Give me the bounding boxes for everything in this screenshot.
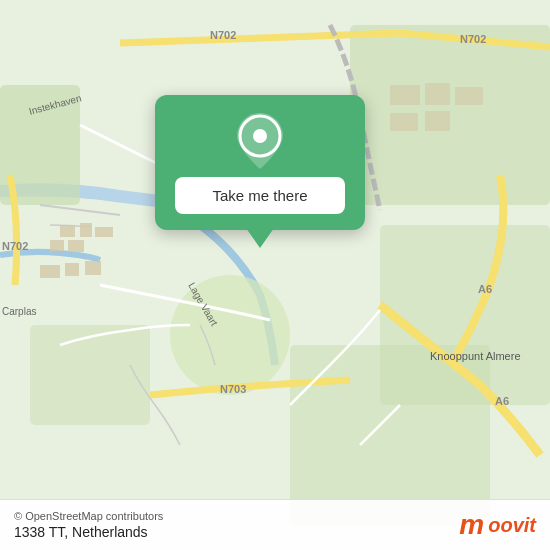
- location-label: 1338 TT, Netherlands: [14, 524, 163, 540]
- map-container: N702 N702 N702 N703 A6 A6 Knooppunt Alme…: [0, 0, 550, 550]
- svg-rect-18: [80, 223, 92, 237]
- svg-text:A6: A6: [478, 283, 492, 295]
- svg-rect-23: [65, 263, 79, 276]
- popup-card: Take me there: [155, 95, 365, 230]
- svg-text:N702: N702: [460, 33, 486, 45]
- moovit-m-letter: m: [459, 511, 484, 539]
- moovit-text: oovit: [488, 514, 536, 537]
- svg-rect-21: [68, 240, 84, 252]
- svg-text:N702: N702: [2, 240, 28, 252]
- svg-rect-20: [50, 240, 64, 251]
- svg-text:Carplas: Carplas: [2, 306, 36, 317]
- svg-point-6: [170, 275, 290, 395]
- popup-tail: [246, 228, 274, 248]
- svg-rect-25: [390, 85, 420, 105]
- svg-text:N703: N703: [220, 383, 246, 395]
- svg-rect-22: [40, 265, 60, 278]
- svg-text:N702: N702: [210, 29, 236, 41]
- svg-rect-4: [30, 325, 150, 425]
- svg-rect-28: [390, 113, 418, 131]
- svg-rect-19: [95, 227, 113, 237]
- svg-text:A6: A6: [495, 395, 509, 407]
- take-me-there-button[interactable]: Take me there: [175, 177, 345, 214]
- svg-text:Knooppunt Almere: Knooppunt Almere: [430, 350, 521, 362]
- svg-rect-27: [455, 87, 483, 105]
- svg-rect-29: [425, 111, 450, 131]
- svg-rect-26: [425, 83, 450, 105]
- map-background: N702 N702 N702 N703 A6 A6 Knooppunt Alme…: [0, 0, 550, 550]
- bottom-bar: © OpenStreetMap contributors 1338 TT, Ne…: [0, 499, 550, 550]
- moovit-logo: m oovit: [459, 511, 536, 539]
- svg-rect-17: [60, 225, 75, 237]
- svg-rect-24: [85, 261, 101, 275]
- osm-credit: © OpenStreetMap contributors: [14, 510, 163, 522]
- svg-point-31: [253, 129, 267, 143]
- location-pin-icon: [234, 115, 286, 167]
- bottom-bar-info: © OpenStreetMap contributors 1338 TT, Ne…: [14, 510, 163, 540]
